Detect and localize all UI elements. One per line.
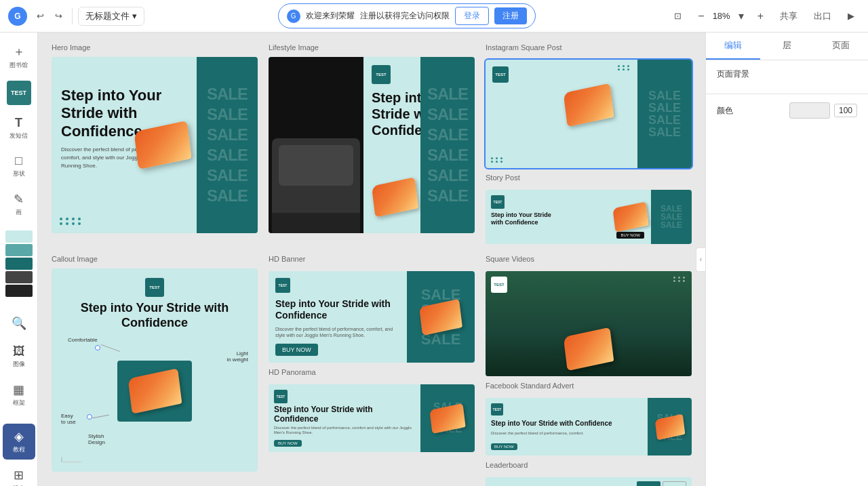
facebook-logo: TEST (491, 403, 503, 416)
zoom-control: − 18% ▾ + (692, 7, 769, 25)
story-buy-btn[interactable]: BUY NOW (616, 232, 644, 239)
palette-color-3[interactable] (5, 258, 33, 270)
sidebar-item-draw[interactable]: ✎ 画 (3, 186, 35, 222)
hd-panorama-title: Step into Your Stride with Confidence (274, 405, 415, 424)
welcome-banner: G 欢迎来到荣耀 注册以获得完全访问权限 登录 注册 (278, 3, 536, 28)
instagram-sale-bg: SALE SALE SALE SALE (637, 60, 692, 168)
hd-panorama-right: SALE SALE SALE (420, 384, 475, 452)
tutorial-icon: ◈ (14, 429, 24, 444)
sidebar-item-shapes[interactable]: □ 形状 (3, 148, 35, 184)
callout-shoe-box (117, 361, 192, 422)
tab-page[interactable]: 页面 (814, 33, 868, 60)
instagram-label: Instagram Square Post (486, 43, 692, 52)
dot-1 (95, 345, 100, 350)
hd-panorama-buy-button[interactable]: BUY NOW (274, 440, 302, 447)
redo-button[interactable]: ↪ (51, 8, 66, 24)
draw-icon: ✎ (14, 192, 24, 207)
leaderboard-thumbs (637, 481, 686, 486)
col3-bottom: Square Videos TEST (486, 255, 692, 486)
facebook-desc: Discover the perfect blend of performanc… (491, 431, 642, 437)
zoom-in-button[interactable]: + (752, 7, 769, 25)
instagram-dots-tr (618, 65, 631, 70)
frames-icon: ▦ (13, 382, 24, 397)
story-logo: TEST (491, 195, 505, 209)
story-card[interactable]: TEST Step into Your Stride with Confiden… (486, 190, 692, 244)
square-videos-card[interactable]: TEST (486, 271, 692, 376)
lifestyle-card[interactable]: TEST Step into Your Stride with Confiden… (269, 57, 475, 233)
hd-banner-logo: TEST (275, 278, 290, 293)
palette-color-1[interactable] (5, 230, 33, 243)
google-icon: G (287, 9, 300, 23)
expand-handle[interactable]: ‹ (696, 247, 705, 272)
file-name[interactable]: 无标题文件 ▾ (78, 7, 144, 26)
lifestyle-shoe (373, 182, 417, 213)
lifestyle-section: Lifestyle Image TEST Step into Your Stri… (269, 43, 475, 244)
login-button[interactable]: 登录 (455, 7, 489, 25)
video-shoe (565, 332, 612, 366)
callout-title: Step into Your Stride with Confidence (61, 301, 248, 330)
video-logo: TEST (491, 277, 507, 293)
topbar-right: ⊡ − 18% ▾ + 共享 出口 ▶ (669, 7, 860, 25)
line-1 (101, 344, 121, 352)
callout-text-input[interactable]: | (61, 455, 81, 462)
callout-label: Callout Image (52, 255, 258, 263)
lifestyle-logo: TEST (372, 65, 391, 84)
export-button[interactable]: 出口 (808, 7, 837, 25)
hero-shoe (136, 126, 190, 164)
leaderboard-label: Leaderboard (486, 461, 692, 469)
facebook-card[interactable]: TEST Step into Your Stride with Confiden… (486, 398, 692, 455)
shapes-icon: □ (15, 154, 22, 168)
tab-edit[interactable]: 编辑 (706, 33, 760, 60)
sidebar-item-images[interactable]: 🖼 图像 (3, 339, 35, 374)
hd-banner-card[interactable]: TEST Step into Your Stride with Confiden… (269, 271, 475, 363)
callout-section: Callout Image TEST Step into Your Stride… (52, 255, 258, 486)
col3-top: Instagram Square Post TEST (486, 43, 692, 244)
sidebar-item-test[interactable]: TEST (3, 78, 35, 108)
share-button[interactable]: 共享 (774, 7, 803, 25)
panel-tabs: 编辑 层 页面 (706, 33, 868, 60)
hero-card[interactable]: TEST Step into Your Stride with Confiden… (52, 57, 258, 233)
label-stylish: StylishDesign (88, 433, 105, 445)
left-sidebar: ＋ 图书馆 TEST T 发短信 □ 形状 ✎ 画 (0, 33, 38, 486)
color-controls: 100 (789, 102, 857, 119)
lifestyle-shoe-photo (269, 57, 363, 233)
canvas-icon: ⊞ (14, 468, 24, 483)
facebook-title: Step into Your Stride with Confidence (491, 420, 642, 428)
color-swatch[interactable] (789, 102, 830, 119)
palette-color-4[interactable] (5, 271, 33, 283)
palette-color-2[interactable] (5, 244, 33, 256)
lifestyle-right: TEST Step into Your Stride with Confiden… (363, 57, 475, 233)
topbar-nav: ↩ ↪ (33, 8, 66, 24)
sidebar-item-library[interactable]: ＋ 图书馆 (3, 38, 35, 75)
zoom-out-button[interactable]: − (692, 7, 709, 25)
hd-banner-label: HD Banner (269, 255, 475, 263)
hero-section: Hero Image TEST Step into Your Stride wi… (52, 43, 258, 244)
callout-card[interactable]: TEST Step into Your Stride with Confiden… (52, 268, 258, 472)
callout-diagram: Comfortable Easyto use StylishDesign Lig… (61, 337, 248, 445)
lifestyle-sale-bg: SALESALE SALESALE SALESALE (420, 57, 475, 233)
facebook-buy-button[interactable]: BUY NOW (491, 443, 517, 450)
zoom-dropdown-button[interactable]: ▾ (733, 7, 749, 25)
hd-panorama-card[interactable]: TEST Step into Your Stride with Confiden… (269, 384, 475, 452)
tab-layers[interactable]: 层 (760, 33, 814, 60)
sidebar-item-canvas[interactable]: ⊞ 帆布 (3, 462, 35, 486)
sidebar-item-search[interactable]: 🔍 (3, 310, 35, 336)
instagram-card[interactable]: TEST (486, 60, 692, 168)
sidebar-item-text[interactable]: T 发短信 (3, 110, 35, 146)
play-button[interactable]: ▶ (842, 8, 860, 24)
hd-banner-buy-button[interactable]: BUY NOW (275, 344, 318, 356)
sidebar-item-tutorial[interactable]: ◈ 教程 (3, 424, 35, 460)
opacity-value[interactable]: 100 (834, 104, 857, 117)
palette-color-5[interactable] (5, 285, 33, 297)
facebook-left: TEST Step into Your Stride with Confiden… (486, 398, 648, 455)
register-button[interactable]: 注册 (494, 7, 527, 24)
test-logo-text: TEST (11, 89, 26, 96)
callout-shoe (127, 368, 182, 413)
undo-button[interactable]: ↩ (33, 8, 48, 24)
hero-sale-bg: SALESALE SALESALE SALESALE (197, 57, 258, 233)
crop-icon[interactable]: ⊡ (669, 8, 687, 24)
app-logo[interactable]: G (8, 7, 27, 26)
sidebar-item-frames[interactable]: ▦ 框架 (3, 377, 35, 413)
text-icon: T (15, 116, 22, 130)
leaderboard-card[interactable]: TEST Step into Your Stride with Confiden… (486, 477, 692, 486)
